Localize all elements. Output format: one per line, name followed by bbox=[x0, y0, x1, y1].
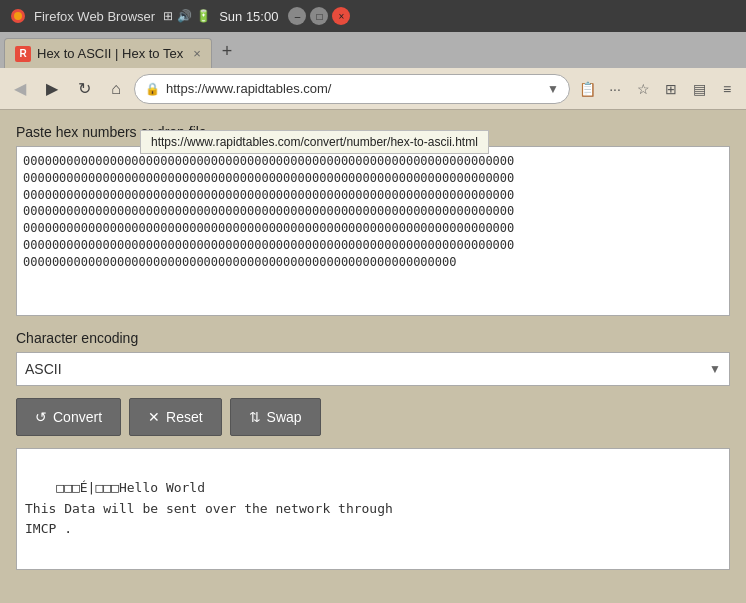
reset-label: Reset bbox=[166, 409, 203, 425]
convert-label: Convert bbox=[53, 409, 102, 425]
active-tab[interactable]: R Hex to ASCII | Hex to Tex × bbox=[4, 38, 212, 68]
url-tooltip: https://www.rapidtables.com/convert/numb… bbox=[140, 130, 489, 154]
address-text: https://www.rapidtables.com/ bbox=[166, 81, 541, 96]
navigation-bar: ◀ ▶ ↻ ⌂ 🔒 https://www.rapidtables.com/ ▼… bbox=[0, 68, 746, 110]
back-button[interactable]: ◀ bbox=[6, 75, 34, 103]
encoding-label: Character encoding bbox=[16, 330, 730, 346]
network-icon-button[interactable]: ⊞ bbox=[658, 76, 684, 102]
reset-icon: ✕ bbox=[148, 409, 160, 425]
encoding-value: ASCII bbox=[25, 361, 709, 377]
output-area: □□□É|□□□Hello World This Data will be se… bbox=[16, 448, 730, 570]
reader-view-button[interactable]: 📋 bbox=[574, 76, 600, 102]
time-display: Sun 15:00 bbox=[219, 9, 278, 24]
title-bar-app-name: Firefox Web Browser bbox=[34, 9, 155, 24]
output-line1: □□□É|□□□Hello World bbox=[56, 480, 205, 495]
sidebar-button[interactable]: ▤ bbox=[686, 76, 712, 102]
main-content: Paste hex numbers or drop file Character… bbox=[0, 110, 746, 603]
swap-label: Swap bbox=[267, 409, 302, 425]
maximize-button[interactable]: □ bbox=[310, 7, 328, 25]
home-button[interactable]: ⌂ bbox=[102, 75, 130, 103]
address-bar[interactable]: 🔒 https://www.rapidtables.com/ ▼ bbox=[134, 74, 570, 104]
hex-input[interactable] bbox=[16, 146, 730, 316]
close-button[interactable]: × bbox=[332, 7, 350, 25]
action-buttons: ↺ Convert ✕ Reset ⇅ Swap bbox=[16, 398, 730, 436]
new-tab-button[interactable]: + bbox=[214, 37, 241, 66]
convert-button[interactable]: ↺ Convert bbox=[16, 398, 121, 436]
swap-button[interactable]: ⇅ Swap bbox=[230, 398, 321, 436]
swap-icon: ⇅ bbox=[249, 409, 261, 425]
encoding-dropdown-icon: ▼ bbox=[709, 362, 721, 376]
tab-label: Hex to ASCII | Hex to Tex bbox=[37, 46, 183, 61]
tab-bar: R Hex to ASCII | Hex to Tex × + bbox=[0, 32, 746, 68]
address-dropdown-icon: ▼ bbox=[547, 82, 559, 96]
tab-close-button[interactable]: × bbox=[193, 46, 201, 61]
window-controls: – □ × bbox=[288, 7, 350, 25]
firefox-logo bbox=[8, 6, 28, 26]
lock-icon: 🔒 bbox=[145, 82, 160, 96]
menu-button[interactable]: ≡ bbox=[714, 76, 740, 102]
minimize-button[interactable]: – bbox=[288, 7, 306, 25]
volume-tray-icon: 🔊 bbox=[177, 9, 192, 23]
system-tray: ⊞ 🔊 🔋 bbox=[163, 9, 211, 23]
bookmark-button[interactable]: ☆ bbox=[630, 76, 656, 102]
convert-icon: ↺ bbox=[35, 409, 47, 425]
battery-tray-icon: 🔋 bbox=[196, 9, 211, 23]
svg-point-1 bbox=[14, 12, 22, 20]
reset-button[interactable]: ✕ Reset bbox=[129, 398, 222, 436]
network-tray-icon: ⊞ bbox=[163, 9, 173, 23]
tab-favicon: R bbox=[15, 46, 31, 62]
more-button[interactable]: ··· bbox=[602, 76, 628, 102]
output-line2: This Data will be sent over the network … bbox=[25, 501, 393, 516]
forward-button[interactable]: ▶ bbox=[38, 75, 66, 103]
nav-right-icons: 📋 ··· ☆ ⊞ ▤ ≡ bbox=[574, 76, 740, 102]
reload-button[interactable]: ↻ bbox=[70, 75, 98, 103]
title-bar: Firefox Web Browser ⊞ 🔊 🔋 Sun 15:00 – □ … bbox=[0, 0, 746, 32]
encoding-select[interactable]: ASCII ▼ bbox=[16, 352, 730, 386]
output-line3: IMCP . bbox=[25, 521, 72, 536]
